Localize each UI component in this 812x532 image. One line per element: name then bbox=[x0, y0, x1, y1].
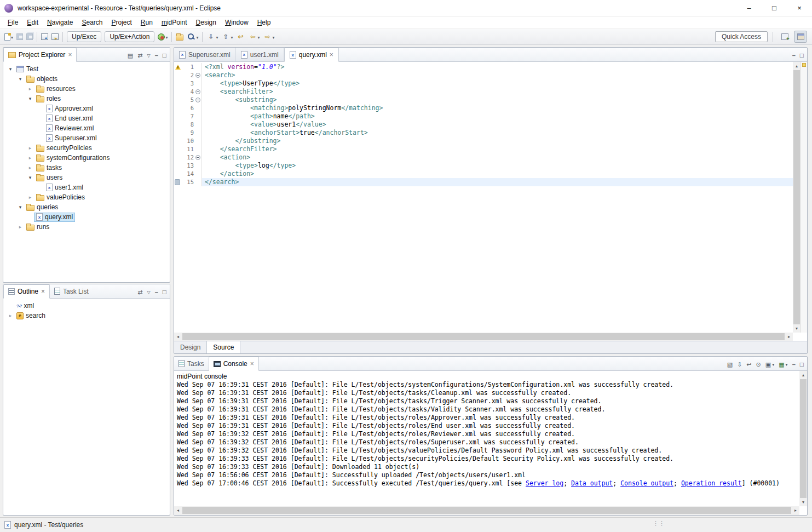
tree-item-objects[interactable]: ▾objects bbox=[3, 74, 170, 84]
editor-horizontal-scrollbar[interactable] bbox=[174, 333, 793, 341]
scroll-up-arrow-icon[interactable] bbox=[793, 62, 801, 70]
horizontal-scrollbar-thumb[interactable] bbox=[182, 333, 785, 340]
tree-item-reviewer-xml[interactable]: Reviewer.xml bbox=[3, 123, 170, 133]
code-line-3[interactable]: 3 <type>UserType</type> bbox=[174, 79, 793, 88]
tree-item-approver-xml[interactable]: Approver.xml bbox=[3, 104, 170, 113]
code-line-4[interactable]: 4 <searchFilter> bbox=[174, 88, 793, 96]
tree-item-query-xml[interactable]: query.xml bbox=[3, 212, 170, 222]
tree-item-user1-xml[interactable]: user1.xml bbox=[3, 182, 170, 192]
expand-arrow-icon[interactable]: ▸ bbox=[26, 155, 34, 161]
tree-item-runs[interactable]: ▸runs bbox=[3, 222, 170, 232]
scroll-right-arrow-icon[interactable] bbox=[785, 333, 793, 341]
word-wrap-icon[interactable] bbox=[746, 361, 751, 368]
display-selected-console-icon[interactable] bbox=[765, 361, 774, 368]
menu-item-file[interactable]: File bbox=[3, 17, 22, 28]
close-view-icon[interactable] bbox=[68, 51, 72, 59]
scroll-left-arrow-icon[interactable] bbox=[174, 333, 182, 341]
code-line-13[interactable]: 13 <type>log</type> bbox=[174, 162, 793, 170]
maximize-view-icon[interactable] bbox=[800, 361, 804, 368]
collapse-fold-icon[interactable] bbox=[195, 89, 200, 94]
menu-item-project[interactable]: Project bbox=[107, 17, 136, 28]
code-line-6[interactable]: 6 <matching>polyStringNorm</matching> bbox=[174, 104, 793, 112]
console-output[interactable]: midPoint consoleWed Sep 07 16:39:31 CEST… bbox=[174, 371, 799, 506]
collapse-arrow-icon[interactable]: ▾ bbox=[26, 175, 34, 180]
new-button[interactable] bbox=[3, 32, 15, 42]
close-tab-icon[interactable] bbox=[330, 51, 333, 59]
minimize-view-icon[interactable] bbox=[792, 52, 796, 59]
vertical-scrollbar-thumb[interactable] bbox=[793, 70, 800, 324]
search-button[interactable] bbox=[185, 31, 200, 42]
minimize-window-button[interactable]: – bbox=[736, 0, 762, 16]
resource-perspective-button[interactable] bbox=[794, 31, 807, 43]
open-resource-button[interactable] bbox=[174, 32, 185, 42]
project-explorer-tab[interactable]: Project Explorer bbox=[3, 48, 77, 62]
menu-item-search[interactable]: Search bbox=[77, 17, 107, 28]
tree-item-roles[interactable]: ▾roles bbox=[3, 94, 170, 104]
console-link-operation-result[interactable]: Operation result bbox=[681, 479, 742, 487]
collapse-arrow-icon[interactable]: ▾ bbox=[16, 204, 24, 210]
minimize-view-icon[interactable] bbox=[155, 52, 158, 59]
menu-item-window[interactable]: Window bbox=[221, 17, 253, 28]
editor-tab-query-xml[interactable]: query.xml bbox=[284, 48, 339, 62]
code-line-9[interactable]: 9 <anchorStart>true</anchorStart> bbox=[174, 129, 793, 137]
code-line-11[interactable]: 11 </searchFilter> bbox=[174, 145, 793, 153]
code-line-14[interactable]: 14 </action> bbox=[174, 170, 793, 178]
maximize-view-icon[interactable] bbox=[800, 52, 804, 59]
execute-action-button[interactable] bbox=[50, 32, 60, 41]
collapse-all-icon[interactable] bbox=[128, 52, 133, 59]
back-button[interactable] bbox=[246, 31, 261, 42]
code-line-2[interactable]: 2<search> bbox=[174, 71, 793, 79]
status-splitter[interactable] bbox=[653, 520, 665, 527]
tree-item-test[interactable]: ▾Test bbox=[3, 64, 170, 74]
task-list-tab[interactable]: Task List bbox=[50, 284, 93, 298]
tree-item-queries[interactable]: ▾queries bbox=[3, 202, 170, 212]
collapse-arrow-icon[interactable]: ▾ bbox=[16, 76, 24, 82]
scroll-down-arrow-icon[interactable] bbox=[793, 324, 801, 333]
menu-item-navigate[interactable]: Navigate bbox=[43, 17, 77, 28]
collapse-arrow-icon[interactable]: ▾ bbox=[7, 66, 14, 72]
menu-item-edit[interactable]: Edit bbox=[22, 17, 43, 28]
dropdown-arrow-icon[interactable] bbox=[195, 33, 198, 41]
code-line-5[interactable]: 5 <substring> bbox=[174, 96, 793, 104]
scroll-down-arrow-icon[interactable] bbox=[799, 498, 807, 506]
view-menu-icon[interactable] bbox=[147, 290, 150, 295]
forward-button[interactable] bbox=[262, 31, 277, 42]
outline-tab[interactable]: Outline bbox=[3, 284, 50, 299]
link-with-editor-icon[interactable] bbox=[137, 52, 142, 59]
upload-objects-button[interactable] bbox=[39, 32, 50, 41]
tree-item-users[interactable]: ▾users bbox=[3, 173, 170, 182]
horizontal-scrollbar-thumb[interactable] bbox=[182, 507, 791, 514]
maximize-view-icon[interactable] bbox=[163, 52, 166, 59]
editor-vertical-scrollbar[interactable] bbox=[793, 62, 801, 333]
code-line-1[interactable]: 1<?xml version="1.0"?> bbox=[174, 63, 793, 71]
tree-item-tasks[interactable]: ▸tasks bbox=[3, 163, 170, 173]
expand-arrow-icon[interactable]: ▸ bbox=[26, 195, 34, 200]
collapse-arrow-icon[interactable]: ▾ bbox=[26, 96, 34, 101]
maximize-view-icon[interactable] bbox=[163, 288, 166, 296]
previous-annotation-button[interactable] bbox=[220, 31, 234, 42]
up-exec-button[interactable]: Up/Exec bbox=[67, 31, 101, 42]
menu-item-run[interactable]: Run bbox=[136, 17, 157, 28]
tree-item-end-user-xml[interactable]: End user.xml bbox=[3, 113, 170, 123]
scroll-up-arrow-icon[interactable] bbox=[799, 371, 807, 379]
last-edit-location-button[interactable] bbox=[234, 31, 246, 42]
close-view-icon[interactable] bbox=[250, 360, 254, 368]
console-horizontal-scrollbar[interactable] bbox=[174, 506, 799, 515]
tasks-tab[interactable]: Tasks bbox=[174, 357, 209, 370]
expand-arrow-icon[interactable]: ▸ bbox=[16, 224, 24, 230]
collapse-fold-icon[interactable] bbox=[195, 73, 200, 78]
maximize-window-button[interactable]: □ bbox=[762, 0, 787, 16]
outline-item-xml[interactable]: xml bbox=[3, 301, 170, 311]
code-line-10[interactable]: 10 </substring> bbox=[174, 137, 793, 145]
collapse-fold-icon[interactable] bbox=[195, 98, 200, 102]
overview-warning-marker[interactable] bbox=[802, 63, 806, 67]
code-line-15[interactable]: 15</search> bbox=[174, 178, 793, 186]
close-view-icon[interactable] bbox=[41, 288, 45, 295]
tree-item-valuepolicies[interactable]: ▸valuePolicies bbox=[3, 192, 170, 202]
console-tab[interactable]: Console bbox=[209, 357, 259, 371]
code-line-7[interactable]: 7 <path>name</path> bbox=[174, 112, 793, 121]
open-console-icon[interactable] bbox=[779, 361, 787, 368]
minimize-view-icon[interactable] bbox=[792, 361, 796, 368]
expand-arrow-icon[interactable]: ▸ bbox=[26, 86, 34, 91]
console-link-server-log[interactable]: Server log bbox=[526, 479, 563, 487]
